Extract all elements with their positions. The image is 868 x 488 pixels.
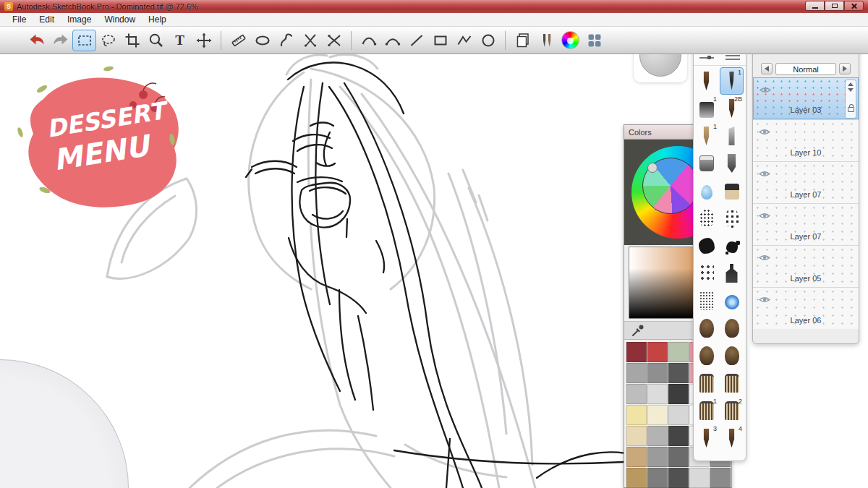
brush-block[interactable]: 1: [694, 95, 718, 122]
color-swatch[interactable]: [668, 342, 689, 362]
brush-pair-tool[interactable]: [535, 30, 558, 51]
color-swatch[interactable]: [626, 468, 647, 488]
visibility-eye-icon[interactable]: [759, 168, 770, 181]
color-swatch[interactable]: [668, 447, 689, 467]
undo-button[interactable]: [25, 30, 48, 51]
color-swatch[interactable]: [668, 468, 689, 488]
color-swatch[interactable]: [668, 405, 689, 425]
visibility-eye-icon[interactable]: [759, 126, 770, 139]
color-swatch[interactable]: [626, 384, 647, 404]
brush-bristle[interactable]: [720, 369, 744, 397]
visibility-eye-icon[interactable]: [760, 84, 771, 97]
brush-pencil[interactable]: 3: [694, 424, 718, 452]
menu-edit[interactable]: Edit: [33, 13, 61, 26]
eyedropper-icon[interactable]: [631, 324, 644, 337]
brush-airbrush[interactable]: [720, 122, 744, 150]
minimize-button[interactable]: [805, 1, 825, 11]
brush-chisel[interactable]: [720, 150, 744, 177]
layer-row[interactable]: Layer 06: [753, 287, 859, 329]
brush-brush-soft[interactable]: [694, 314, 718, 342]
text-tool[interactable]: T: [168, 30, 192, 51]
color-swatch[interactable]: [647, 405, 668, 425]
brush-brush-soft[interactable]: [720, 342, 744, 369]
visibility-eye-icon[interactable]: [759, 252, 770, 265]
dot-curve-tool[interactable]: [380, 30, 404, 51]
brush-jar[interactable]: [694, 150, 718, 177]
menu-file[interactable]: File: [6, 13, 33, 26]
polyline-tool[interactable]: [452, 30, 476, 51]
brush-bristle[interactable]: 2: [720, 397, 744, 424]
brush-glow[interactable]: [720, 287, 744, 314]
brush-splat[interactable]: [694, 232, 718, 260]
menu-help[interactable]: Help: [142, 13, 173, 26]
color-swatch[interactable]: [626, 426, 647, 446]
symmetry-y-tool[interactable]: [322, 30, 346, 51]
blend-mode-select[interactable]: Normal: [775, 63, 836, 75]
blend-prev-button[interactable]: [761, 63, 773, 74]
color-swatch[interactable]: [668, 363, 689, 383]
lock-icon[interactable]: [848, 107, 854, 112]
brush-brush-soft[interactable]: [720, 314, 744, 342]
layer-row[interactable]: Layer 07: [753, 203, 859, 245]
redo-button[interactable]: [48, 30, 72, 51]
brush-bristle[interactable]: [694, 369, 718, 397]
brush-spray-coarse[interactable]: [720, 205, 744, 232]
swatch-grid-button[interactable]: [582, 30, 606, 51]
french-curve-tool[interactable]: [274, 30, 298, 51]
brush-pencil-light[interactable]: 1: [694, 122, 718, 150]
color-wheel-button[interactable]: [558, 30, 582, 51]
ellipse-tool[interactable]: [476, 30, 500, 51]
copies-tool[interactable]: [511, 30, 535, 51]
brush-dots-tiny[interactable]: [694, 287, 718, 314]
menu-image[interactable]: Image: [61, 13, 98, 26]
color-swatch[interactable]: [647, 468, 668, 488]
color-swatch[interactable]: [710, 468, 731, 488]
visibility-eye-icon[interactable]: [759, 210, 770, 223]
color-swatch[interactable]: [668, 426, 689, 446]
maximize-button[interactable]: [825, 1, 844, 11]
zoom-tool[interactable]: [144, 30, 168, 51]
brush-pencil[interactable]: 2B: [720, 95, 744, 122]
color-swatch[interactable]: [668, 384, 689, 404]
brush-pencil[interactable]: 4: [720, 424, 744, 452]
ruler-tool[interactable]: [226, 30, 250, 51]
color-swatch[interactable]: [647, 342, 668, 362]
brush-inkbottle[interactable]: [720, 260, 744, 287]
menu-window[interactable]: Window: [98, 13, 142, 26]
color-swatch[interactable]: [626, 447, 647, 467]
ellipse-guide-tool[interactable]: [250, 30, 274, 51]
layer-up-icon[interactable]: [848, 82, 854, 86]
layer-row[interactable]: Layer 10: [753, 119, 859, 161]
pen-curve-tool[interactable]: [357, 30, 380, 51]
color-swatch[interactable]: [647, 426, 668, 446]
layer-row[interactable]: Layer 05: [753, 245, 859, 287]
color-swatch[interactable]: [647, 447, 668, 467]
layer-down-icon[interactable]: [848, 88, 854, 92]
color-swatch[interactable]: [626, 342, 647, 362]
rectangle-tool[interactable]: [428, 30, 452, 51]
color-swatch[interactable]: [647, 384, 668, 404]
brush-dots[interactable]: [694, 260, 718, 287]
visibility-eye-icon[interactable]: [759, 294, 770, 307]
blend-next-button[interactable]: [839, 63, 851, 74]
symmetry-x-tool[interactable]: [298, 30, 322, 51]
color-wheel-center[interactable]: [647, 163, 658, 173]
brush-bristle[interactable]: 1: [694, 397, 718, 424]
color-swatch[interactable]: [647, 363, 668, 383]
close-button[interactable]: [844, 1, 864, 11]
brush-droplet[interactable]: [694, 177, 718, 205]
brush-brush[interactable]: 1: [720, 67, 744, 95]
color-swatch[interactable]: [626, 405, 647, 425]
selection-tool[interactable]: [72, 30, 96, 51]
color-swatch[interactable]: [689, 468, 710, 488]
brush-spray[interactable]: [694, 205, 718, 232]
layer-row[interactable]: Layer 07: [753, 161, 859, 203]
layer-row[interactable]: Layer 03: [753, 77, 859, 119]
brush-brush-soft[interactable]: [694, 342, 718, 369]
brush-eraser[interactable]: [720, 177, 744, 205]
move-tool[interactable]: [192, 30, 216, 51]
color-swatch[interactable]: [626, 363, 647, 383]
line-tool[interactable]: [404, 30, 428, 51]
layer-controls[interactable]: [845, 80, 856, 119]
brush-splat-dots[interactable]: [720, 232, 744, 260]
